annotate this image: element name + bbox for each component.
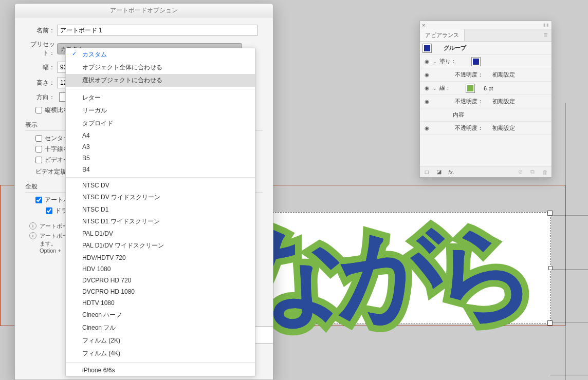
fill-label: 塗り：: [439, 58, 456, 65]
dropdown-item[interactable]: DVCPRO HD 1080: [66, 286, 255, 297]
dropdown-item[interactable]: HDV 1080: [66, 263, 255, 275]
guide-horizontal: [550, 215, 588, 216]
opacity-label: 不透明度：: [455, 71, 483, 79]
guide-horizontal: [550, 269, 588, 270]
dropdown-item[interactable]: レター: [66, 91, 255, 104]
dropdown-item[interactable]: リーガル: [66, 104, 255, 117]
panel-tab-row: アピアランス ≡: [420, 29, 552, 42]
video-safe-checkbox[interactable]: [35, 157, 42, 163]
name-input[interactable]: [57, 25, 258, 36]
dropdown-separator: [66, 177, 255, 178]
dropdown-item[interactable]: フィルム (2K): [66, 334, 255, 347]
dropdown-item[interactable]: Cineon フル: [66, 321, 255, 334]
opacity-label: 不透明度：: [455, 98, 483, 105]
dropdown-item[interactable]: PAL D1/DV ワイドスクリーン: [66, 239, 255, 252]
panel-menu-icon[interactable]: ≡: [540, 29, 552, 41]
appearance-panel[interactable]: × ▮▮ アピアランス ≡ グループ ◉ ⌄ 塗り： ◉ 不透明度： 初期設定 …: [419, 21, 552, 178]
dropdown-item[interactable]: NTSC DV: [66, 180, 255, 191]
dropdown-item[interactable]: iPhone 6 Plus: [66, 376, 255, 376]
thumbnail-swatch: [423, 44, 431, 52]
stroke-label: 線：: [439, 84, 451, 92]
dropdown-separator: [66, 362, 255, 363]
visibility-icon[interactable]: ◉: [423, 98, 430, 105]
guide-horizontal: [550, 322, 588, 323]
opacity-value[interactable]: 初期設定: [492, 124, 515, 132]
dropdown-item[interactable]: A4: [66, 130, 255, 141]
fade-region-checkbox[interactable]: [35, 197, 42, 203]
dropdown-item[interactable]: Cineon ハーフ: [66, 309, 255, 321]
dropdown-item[interactable]: HDTV 1080: [66, 297, 255, 309]
clear-appearance-icon[interactable]: ◪: [435, 168, 443, 176]
text-art-fill: ながら: [242, 205, 530, 344]
dropdown-item[interactable]: A3: [66, 141, 255, 153]
fill-swatch[interactable]: [472, 58, 480, 66]
dropdown-item[interactable]: 選択オブジェクトに合わせる: [66, 74, 255, 87]
lock-aspect-checkbox[interactable]: [35, 107, 42, 113]
fill-opacity-row[interactable]: ◉ 不透明度： 初期設定: [420, 68, 552, 82]
stroke-opacity-row[interactable]: ◉ 不透明度： 初期設定: [420, 95, 552, 108]
guide-horizontal: [550, 375, 588, 375]
dropdown-item[interactable]: iPhone 6/6s: [66, 365, 255, 376]
dropdown-item[interactable]: HDV/HDTV 720: [66, 252, 255, 263]
dropdown-item[interactable]: カスタム: [66, 48, 255, 61]
panel-footer: □ ◪ fx. ⊘ ⧉ 🗑: [420, 166, 552, 177]
guide-vertical: [565, 103, 566, 380]
contents-row[interactable]: 内容: [420, 108, 552, 122]
no-fill-icon[interactable]: □: [423, 168, 430, 176]
dropdown-item[interactable]: タブロイド: [66, 117, 255, 130]
dropdown-separator: [66, 89, 255, 89]
dropdown-item[interactable]: DVCPRO HD 720: [66, 275, 255, 286]
selection-bounds[interactable]: ながら ながら: [262, 212, 551, 324]
dialog-title: アートボードオプション: [15, 4, 273, 17]
dropdown-item[interactable]: PAL D1/DV: [66, 228, 255, 239]
info-text: Option +: [40, 248, 68, 254]
disclosure-icon[interactable]: ⌄: [432, 86, 437, 91]
appearance-list: グループ ◉ ⌄ 塗り： ◉ 不透明度： 初期設定 ◉ ⌄ 線： 6 pt ◉ …: [420, 42, 552, 166]
dropdown-item[interactable]: フィルム (4K): [66, 347, 255, 360]
info-icon: i: [29, 232, 36, 239]
width-label: 幅：: [24, 63, 55, 72]
visibility-icon[interactable]: ◉: [423, 85, 430, 92]
contents-label: 内容: [453, 111, 464, 119]
panel-header[interactable]: × ▮▮: [420, 21, 552, 29]
dropdown-item[interactable]: NTSC DV ワイドスクリーン: [66, 191, 255, 204]
visibility-icon[interactable]: ◉: [423, 71, 430, 79]
fx-icon[interactable]: fx.: [448, 168, 455, 176]
opacity-value[interactable]: 初期設定: [492, 71, 515, 79]
dropdown-item[interactable]: オブジェクト全体に合わせる: [66, 61, 255, 74]
visibility-icon[interactable]: ◉: [423, 58, 430, 65]
trash-icon[interactable]: 🗑: [541, 168, 548, 176]
drag-update-checkbox[interactable]: [46, 207, 52, 214]
tab-appearance[interactable]: アピアランス: [420, 29, 465, 41]
preset-dropdown[interactable]: カスタムオブジェクト全体に合わせる選択オブジェクトに合わせるレターリーガルタブロ…: [65, 48, 255, 376]
info-text: アートボー: [40, 222, 68, 230]
cross-hairs-checkbox[interactable]: [35, 146, 42, 153]
selection-handle[interactable]: [548, 266, 553, 270]
name-row: 名前：: [24, 25, 264, 36]
disable-icon[interactable]: ⊘: [517, 168, 524, 176]
fill-row[interactable]: ◉ ⌄ 塗り：: [420, 55, 552, 68]
opacity-value[interactable]: 初期設定: [492, 98, 515, 105]
dropdown-item[interactable]: NTSC D1: [66, 204, 255, 215]
duplicate-icon[interactable]: ⧉: [529, 168, 536, 176]
visibility-icon[interactable]: ◉: [423, 125, 430, 132]
stroke-weight[interactable]: 6 pt: [484, 85, 493, 91]
center-mark-checkbox[interactable]: [35, 135, 42, 142]
opacity-label: 不透明度：: [455, 124, 483, 132]
appearance-target-row[interactable]: グループ: [420, 42, 552, 55]
dropdown-item[interactable]: NTSC D1 ワイドスクリーン: [66, 215, 255, 228]
name-label: 名前：: [24, 26, 55, 35]
dropdown-item[interactable]: B5: [66, 153, 255, 164]
object-opacity-row[interactable]: ◉ 不透明度： 初期設定: [420, 122, 552, 135]
stroke-row[interactable]: ◉ ⌄ 線： 6 pt: [420, 82, 552, 95]
dropdown-item[interactable]: B4: [66, 164, 255, 175]
info-text: アートボー: [40, 232, 68, 240]
stroke-swatch[interactable]: [466, 84, 474, 92]
target-label: グループ: [444, 44, 466, 52]
panel-grip-icon[interactable]: ▮▮: [425, 23, 549, 27]
info-icon: i: [29, 222, 36, 230]
info-text: ます。: [40, 240, 68, 248]
height-label: 高さ：: [24, 79, 55, 87]
preset-label: プリセット：: [24, 40, 55, 58]
disclosure-icon[interactable]: ⌄: [432, 59, 437, 64]
